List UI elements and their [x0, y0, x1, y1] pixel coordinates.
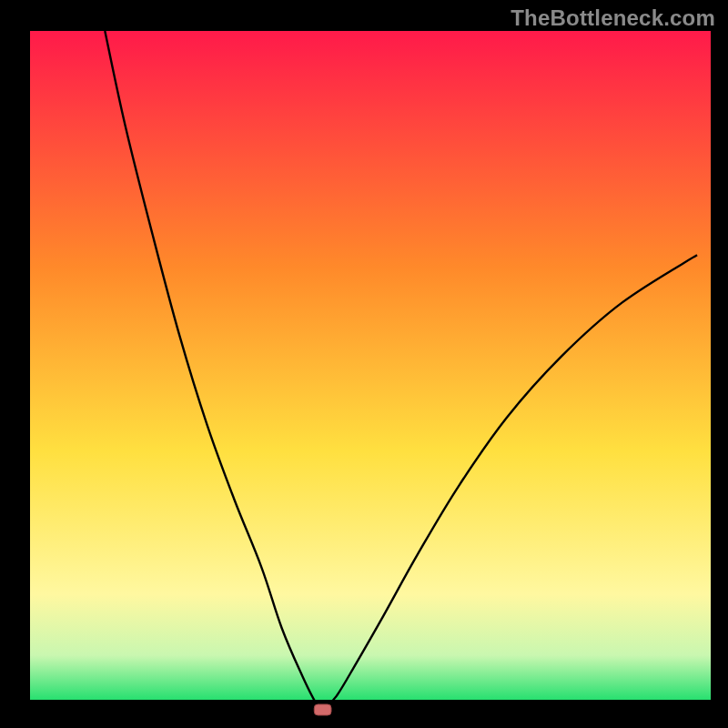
minimum-marker: [314, 704, 331, 715]
chart-frame: { "watermark": "TheBottleneck.com", "col…: [0, 0, 728, 728]
watermark-text: TheBottleneck.com: [511, 5, 715, 31]
plot-area: [30, 31, 711, 710]
bottleneck-chart: [0, 0, 728, 728]
